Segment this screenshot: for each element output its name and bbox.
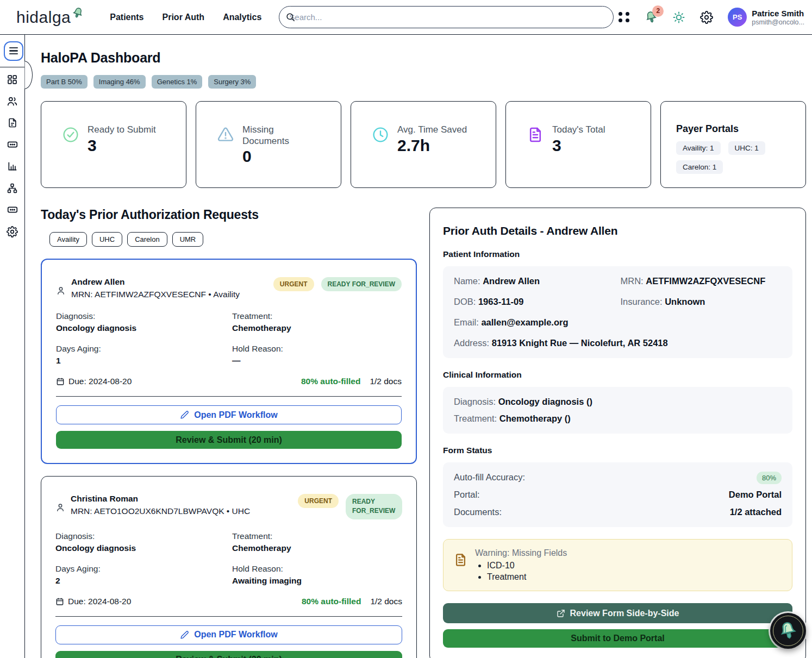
nav-patients[interactable]: Patients	[110, 12, 143, 22]
due-date: Due: 2024-08-20	[68, 597, 131, 606]
bell-logo-icon	[778, 621, 798, 641]
review-submit-button[interactable]: Review & Submit (20 min)	[55, 651, 402, 658]
open-pdf-workflow-button[interactable]: Open PDF Workflow	[55, 625, 402, 644]
open-pdf-workflow-button[interactable]: Open PDF Workflow	[56, 405, 402, 424]
header-actions: 2 PS Patrice Smith psmith@oncolo...	[619, 8, 804, 27]
patient-name-value: Andrew Allen	[483, 276, 540, 286]
warning-document-icon	[453, 553, 468, 582]
message-dots-icon	[7, 204, 18, 216]
sidebar-item-settings[interactable]	[0, 221, 25, 242]
request-card-andrew-allen[interactable]: Andrew Allen MRN: AETFIMW2AZFQXVESECNF •…	[41, 259, 417, 464]
filter-availity[interactable]: Availity	[49, 232, 87, 247]
search-input[interactable]	[279, 6, 614, 28]
user-menu[interactable]: PS Patrice Smith psmith@oncolo...	[728, 8, 804, 27]
nav-prior-auth[interactable]: Prior Auth	[163, 12, 205, 22]
filter-umr[interactable]: UMR	[172, 232, 204, 247]
clinical-diagnosis-value: Oncology diagnosis ()	[498, 397, 592, 406]
clock-icon	[372, 126, 389, 143]
autofill-percent: 80% auto-filled	[302, 597, 361, 606]
stat-label: Missing Documents	[242, 124, 308, 147]
treatment-label: Treatment:	[232, 531, 402, 541]
distribution-chips: Part B 50% Imaging 46% Genetics 1% Surge…	[41, 75, 806, 89]
dashboard-grid-icon	[7, 74, 18, 85]
sidebar-item-workflows[interactable]	[0, 177, 25, 199]
notifications-button[interactable]: 2	[645, 11, 658, 24]
sidebar-item-analytics[interactable]	[0, 155, 25, 177]
stat-card-missing-documents: Missing Documents 0	[196, 101, 341, 188]
sidebar	[0, 35, 25, 658]
diagnosis-value: Oncology diagnosis	[56, 323, 226, 333]
main-nav: Patients Prior Auth Analytics	[110, 12, 261, 22]
stat-value: 0	[242, 147, 308, 166]
documents-value: 1/2 attached	[730, 507, 782, 517]
days-aging-label: Days Aging:	[56, 344, 226, 354]
days-aging-value: 2	[55, 576, 226, 586]
patient-information-box: Name: Andrew Allen MRN: AETFIMW2AZFQXVES…	[443, 266, 792, 358]
patient-mrn-line: MRN: AETO1OO2UX6KND7LBWPAVQK • UHC	[71, 506, 250, 516]
warning-triangle-icon	[217, 126, 234, 143]
treatment-value: Chemotherapy	[232, 543, 402, 553]
sidebar-item-dashboard[interactable]	[0, 68, 25, 90]
nav-analytics[interactable]: Analytics	[223, 12, 261, 22]
apps-grid-icon[interactable]	[619, 12, 630, 22]
message-dots-icon	[7, 139, 18, 151]
stat-value: 3	[552, 136, 605, 155]
patient-mrn-line: MRN: AETFIMW2AZFQXVESECNF • Availity	[71, 290, 240, 299]
patient-email-value: aallen@example.org	[481, 317, 568, 327]
calendar-icon	[55, 597, 64, 606]
payer-portals-card: Payer Portals Availity: 1 UHC: 1 Carelon…	[660, 101, 806, 188]
chip-surgery: Surgery 3%	[208, 75, 256, 89]
submit-to-portal-button[interactable]: Submit to Demo Portal	[443, 629, 792, 648]
form-status-heading: Form Status	[443, 446, 792, 455]
app-header: hidalga Patients Prior Auth Analytics 2 …	[0, 0, 812, 35]
patient-address-value: 81913 Knight Rue — Nicolefurt, AR 52418	[492, 338, 668, 348]
hold-reason-value: Awaiting imaging	[232, 576, 402, 586]
logo-text: hidalga	[16, 8, 71, 27]
search-bar	[279, 6, 614, 28]
sidebar-item-messages[interactable]	[0, 134, 25, 155]
form-status-box: Auto-fill Accuracy: 80% Portal: Demo Por…	[443, 462, 792, 527]
portal-chip-availity: Availity: 1	[676, 141, 721, 155]
hierarchy-icon	[7, 183, 18, 194]
status-badge: READY FOR_REVIEW	[346, 494, 402, 519]
stat-label: Avg. Time Saved	[397, 124, 467, 136]
diagnosis-label: Diagnosis:	[55, 531, 226, 541]
docs-count: 1/2 docs	[370, 597, 402, 606]
sidebar-item-chat[interactable]	[0, 199, 25, 221]
requests-heading: Today's Prior Authorization Requests	[41, 208, 417, 222]
hold-reason-value: —	[232, 356, 402, 366]
portal-chip-uhc: UHC: 1	[728, 141, 765, 155]
docs-count: 1/2 docs	[370, 377, 402, 386]
card-divider	[56, 396, 402, 397]
theme-toggle-sun-icon[interactable]	[672, 11, 685, 24]
assistant-fab-button[interactable]	[770, 613, 806, 649]
review-submit-button[interactable]: Review & Submit (20 min)	[56, 431, 402, 449]
stat-label: Ready to Submit	[88, 124, 156, 136]
check-circle-icon	[62, 126, 79, 143]
days-aging-label: Days Aging:	[55, 564, 226, 574]
stats-row: Ready to Submit 3 Missing Documents 0 Av…	[41, 101, 806, 188]
urgent-badge: URGENT	[273, 277, 314, 291]
patient-mrn-value: AETFIMW2AZFQXVESECNF	[646, 276, 765, 286]
sidebar-item-documents[interactable]	[0, 112, 25, 134]
patient-insurance-value: Unknown	[665, 297, 705, 306]
sidebar-item-patients[interactable]	[0, 90, 25, 112]
stat-card-todays-total: Today's Total 3	[505, 101, 651, 188]
pen-icon	[180, 630, 189, 640]
stat-card-avg-time-saved: Avg. Time Saved 2.7h	[351, 101, 496, 188]
user-avatar: PS	[728, 8, 747, 27]
review-form-side-by-side-button[interactable]: Review Form Side-by-Side	[443, 603, 792, 623]
missing-fields-warning: Warning: Missing Fields ICD-10 Treatment	[443, 539, 792, 591]
sidebar-toggle-button[interactable]	[4, 41, 23, 61]
settings-gear-icon[interactable]	[700, 11, 713, 24]
purple-document-icon	[527, 126, 544, 143]
notification-count-badge: 2	[652, 5, 664, 17]
app-logo: hidalga	[16, 8, 84, 27]
diagnosis-value: Oncology diagnosis	[55, 543, 226, 553]
filter-carelon[interactable]: Carelon	[127, 232, 167, 247]
patient-name: Andrew Allen	[71, 277, 240, 287]
filter-uhc[interactable]: UHC	[92, 232, 122, 247]
chip-genetics: Genetics 1%	[152, 75, 203, 89]
stat-card-ready-to-submit: Ready to Submit 3	[41, 101, 186, 188]
request-card-christina-roman[interactable]: Christina Roman MRN: AETO1OO2UX6KND7LBWP…	[41, 476, 417, 658]
